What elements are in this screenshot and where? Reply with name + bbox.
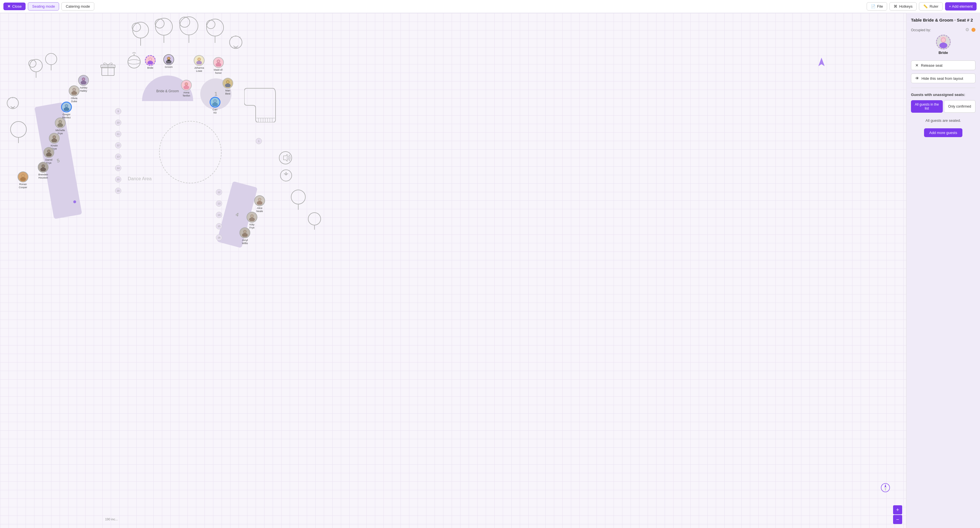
seat-16[interactable]: 16 — [115, 188, 121, 194]
svg-point-56 — [148, 61, 153, 65]
svg-point-94 — [48, 150, 50, 152]
zoom-in-button[interactable]: + — [893, 505, 902, 514]
hide-seat-button[interactable]: 👁 Hide this seat from layout — [911, 73, 975, 83]
release-seat-button[interactable]: ✕ Release seat — [911, 60, 975, 70]
hotkeys-button[interactable]: ⌘ Hotkeys — [889, 2, 916, 11]
ashley-seat[interactable]: AshleyHatley — [78, 75, 89, 92]
jonyl-avatar — [239, 227, 250, 238]
carrkit-avatar — [210, 97, 220, 108]
lightbulb-top — [227, 34, 244, 53]
seat-9[interactable]: 9 — [115, 108, 121, 114]
seat-10[interactable]: 10 — [115, 119, 121, 126]
johanna-name: JohannaLowe — [194, 67, 204, 73]
michelle-seat[interactable]: MichelleFrye — [55, 117, 65, 135]
svg-point-53 — [308, 212, 321, 225]
close-label: Close — [12, 4, 22, 8]
lightbulb-icon — [5, 95, 21, 113]
add-more-guests-button[interactable]: Add more guests — [924, 128, 962, 137]
maidofhonor-seat[interactable]: Maid-of-honor — [213, 57, 224, 75]
seat-r13[interactable]: 13 — [216, 200, 222, 207]
svg-point-57 — [149, 58, 151, 60]
svg-point-91 — [53, 136, 56, 138]
alice-avatar — [254, 195, 265, 206]
seat-14[interactable]: 14 — [115, 165, 121, 171]
svg-point-66 — [216, 63, 221, 67]
kitty-seat[interactable]: KittyFrye — [247, 212, 257, 229]
johanna-seat[interactable]: JohannaLowe — [194, 55, 205, 73]
svg-point-99 — [20, 177, 26, 181]
svg-point-24 — [229, 36, 242, 49]
seat-13[interactable]: 13 — [115, 154, 121, 160]
manbest-seat[interactable]: ManBest — [223, 78, 233, 95]
occupied-by-label: Occupied by: — [911, 27, 931, 32]
maidofhonor-name: Maid-of-honor — [213, 68, 223, 75]
carrkit-seat[interactable]: CarrKit — [210, 97, 220, 114]
zoom-controls: + − — [893, 505, 902, 524]
seat-r15[interactable]: 15 — [216, 223, 222, 229]
filter-confirmed-button[interactable]: Only confirmed — [944, 100, 976, 113]
svg-point-96 — [40, 168, 46, 171]
seat-r16[interactable]: 16 — [216, 235, 222, 241]
hide-seat-label: Hide this seat from layout — [921, 76, 963, 81]
ronan-avatar — [18, 171, 29, 182]
olivia-avatar — [69, 86, 80, 96]
close-button[interactable]: ✕ Close — [3, 3, 25, 10]
svg-point-51 — [291, 190, 305, 204]
tree-top-4 — [205, 18, 226, 44]
olivia-seat[interactable]: OliviaDuke — [69, 86, 80, 103]
tree-br-1 — [290, 189, 307, 210]
svg-point-44 — [279, 152, 292, 164]
brenden-seat[interactable]: BrendenHouston — [38, 162, 49, 179]
svg-point-103 — [258, 198, 261, 201]
zoom-out-button[interactable]: − — [893, 515, 902, 524]
seat-12[interactable]: 12 — [115, 142, 121, 149]
svg-point-112 — [941, 38, 945, 42]
power-icon — [280, 169, 293, 182]
round-table-1-label: 1 — [215, 91, 217, 97]
catering-mode-label: Catering mode — [65, 4, 90, 8]
anna-seat[interactable]: AnnaTenfon — [181, 80, 192, 97]
filter-all-button[interactable]: All guests in the list — [911, 100, 943, 113]
svg-point-63 — [196, 61, 202, 65]
kirstin-avatar — [49, 133, 60, 144]
navigate-icon — [817, 57, 827, 68]
ruler-button[interactable]: 📏 Ruler — [919, 2, 942, 11]
svg-point-12 — [133, 22, 149, 38]
unassigned-section-title: Guests with unassigned seats: — [911, 92, 975, 97]
gift-icon — [99, 60, 116, 77]
main-area: Bride & Groom 1 5 4 9 10 11 12 13 14 15 … — [0, 13, 980, 528]
seat-r12[interactable]: 12 — [216, 189, 222, 195]
bride-seat[interactable]: Bride — [145, 55, 156, 70]
seat-r14[interactable]: 14 — [216, 212, 222, 218]
ruler-icon: 📏 — [923, 4, 928, 8]
groom-seat[interactable]: Groom — [163, 54, 174, 69]
groom-avatar — [163, 54, 174, 65]
add-element-button[interactable]: + Add element — [945, 2, 977, 11]
mini-compass-icon — [881, 483, 891, 494]
add-more-label: Add more guests — [929, 131, 957, 135]
tree-top-2 — [153, 17, 175, 44]
seating-mode-button[interactable]: Seating mode — [28, 2, 59, 11]
jonyl-seat[interactable]: JonylWillis — [239, 227, 250, 245]
canvas-area[interactable]: Bride & Groom 1 5 4 9 10 11 12 13 14 15 … — [0, 13, 906, 528]
svg-marker-45 — [283, 154, 287, 161]
tree-br-2 — [307, 212, 322, 230]
svg-point-1 — [29, 60, 36, 67]
ronan-seat[interactable]: RonanCooper — [18, 171, 29, 189]
catering-mode-button[interactable]: Catering mode — [61, 2, 94, 11]
all-seated-message: All guests are seated. — [911, 118, 975, 123]
svg-point-90 — [51, 138, 57, 142]
tree-top-1 — [130, 22, 151, 47]
gear-icon[interactable]: ⚙ — [965, 27, 969, 32]
svg-point-102 — [257, 201, 262, 205]
seat-11[interactable]: 11 — [115, 131, 121, 137]
alice-seat[interactable]: AliceNeale — [254, 195, 265, 213]
seat-r1[interactable]: 1 — [256, 138, 262, 144]
gregor-seat[interactable]: GregorBenitez — [61, 101, 72, 119]
purple-dot — [73, 200, 76, 203]
bride-avatar — [145, 55, 156, 66]
seat-15[interactable]: 15 — [115, 176, 121, 182]
file-button[interactable]: 📄 File — [867, 2, 888, 11]
svg-point-75 — [212, 103, 218, 106]
speaker-icon — [278, 151, 293, 165]
